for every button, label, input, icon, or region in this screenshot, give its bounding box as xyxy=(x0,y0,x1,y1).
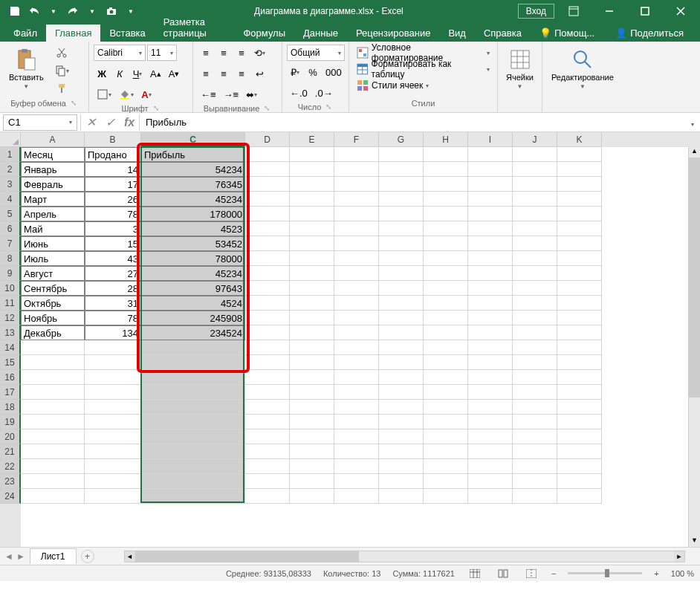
row-header[interactable]: 24 xyxy=(0,489,21,504)
row-header[interactable]: 17 xyxy=(0,385,21,400)
cell[interactable]: Ноябрь xyxy=(21,311,85,325)
cell[interactable] xyxy=(557,370,602,385)
cell[interactable] xyxy=(334,370,379,385)
cell[interactable] xyxy=(334,474,379,489)
cell[interactable] xyxy=(557,325,602,340)
align-right-button[interactable]: ≡ xyxy=(233,65,250,82)
bold-button[interactable]: Ж xyxy=(94,65,110,82)
format-as-table-button[interactable]: Форматировать как таблицу▾ xyxy=(354,61,493,77)
tellme-button[interactable]: 💡Помощ... xyxy=(531,25,603,42)
cell[interactable] xyxy=(334,311,379,325)
increase-font-button[interactable]: A▴ xyxy=(147,65,164,82)
cell[interactable] xyxy=(468,221,513,236)
cell[interactable] xyxy=(424,459,468,474)
cell[interactable] xyxy=(513,459,557,474)
column-header[interactable]: A xyxy=(21,132,85,147)
cell[interactable] xyxy=(290,266,334,281)
cell[interactable] xyxy=(245,415,290,429)
cell[interactable] xyxy=(557,236,602,251)
cell[interactable] xyxy=(468,459,513,474)
cell[interactable]: 4523 xyxy=(141,221,245,236)
cell[interactable] xyxy=(85,355,141,370)
cell[interactable] xyxy=(141,355,245,370)
cell[interactable] xyxy=(245,311,290,325)
cell[interactable] xyxy=(513,147,557,162)
tab-help[interactable]: Справка xyxy=(475,25,531,42)
cell[interactable] xyxy=(290,311,334,325)
cell[interactable] xyxy=(468,162,513,177)
select-all-button[interactable] xyxy=(0,132,21,147)
name-box[interactable]: C1▾ xyxy=(3,114,77,131)
cell[interactable] xyxy=(290,340,334,355)
cell[interactable] xyxy=(557,192,602,207)
cell[interactable] xyxy=(424,355,468,370)
row-header[interactable]: 19 xyxy=(0,415,21,429)
cell[interactable] xyxy=(557,489,602,504)
cells-button[interactable]: Ячейки▼ xyxy=(502,45,537,93)
row-header[interactable]: 11 xyxy=(0,296,21,311)
cell[interactable]: 27 xyxy=(85,266,141,281)
cell[interactable] xyxy=(468,489,513,504)
decrease-font-button[interactable]: A▾ xyxy=(166,65,183,82)
cell[interactable]: 14 xyxy=(85,162,141,177)
cell[interactable] xyxy=(468,147,513,162)
cell[interactable] xyxy=(424,281,468,296)
cell[interactable] xyxy=(468,474,513,489)
tab-home[interactable]: Главная xyxy=(46,25,100,42)
cell[interactable] xyxy=(85,489,141,504)
sheet-tab[interactable]: Лист1 xyxy=(30,548,77,564)
cut-button[interactable] xyxy=(51,45,72,61)
cell[interactable]: 234524 xyxy=(141,325,245,340)
tab-insert[interactable]: Вставка xyxy=(100,25,154,42)
cell[interactable] xyxy=(21,474,85,489)
align-left-button[interactable]: ≡ xyxy=(198,65,214,82)
cell[interactable] xyxy=(290,281,334,296)
cell[interactable] xyxy=(334,192,379,207)
cell[interactable] xyxy=(557,444,602,459)
cell[interactable] xyxy=(141,429,245,444)
cell[interactable] xyxy=(513,311,557,325)
cell[interactable] xyxy=(290,236,334,251)
decrease-decimal-button[interactable]: .0→ xyxy=(312,85,336,101)
align-bottom-button[interactable]: ≡ xyxy=(233,45,250,61)
cell[interactable] xyxy=(141,400,245,415)
cell[interactable]: Февраль xyxy=(21,177,85,192)
align-launcher[interactable]: ⤡ xyxy=(262,104,271,113)
cell[interactable] xyxy=(468,236,513,251)
currency-button[interactable]: ₽▾ xyxy=(287,64,303,80)
cell[interactable]: Месяц xyxy=(21,147,85,162)
row-header[interactable]: 10 xyxy=(0,281,21,296)
cell[interactable] xyxy=(85,429,141,444)
cell[interactable] xyxy=(557,311,602,325)
cell[interactable] xyxy=(290,296,334,311)
cell[interactable]: Июль xyxy=(21,251,85,266)
cell[interactable] xyxy=(557,266,602,281)
align-top-button[interactable]: ≡ xyxy=(198,45,214,61)
zoom-out-button[interactable]: − xyxy=(551,569,556,578)
cell[interactable] xyxy=(334,251,379,266)
cell[interactable] xyxy=(85,340,141,355)
row-header[interactable]: 6 xyxy=(0,221,21,236)
camera-button[interactable] xyxy=(103,2,120,20)
cell[interactable] xyxy=(21,400,85,415)
cell[interactable]: 43 xyxy=(85,251,141,266)
cell[interactable] xyxy=(468,444,513,459)
cancel-formula-button[interactable]: ✕ xyxy=(81,114,100,131)
cell[interactable] xyxy=(245,236,290,251)
cell[interactable] xyxy=(379,474,424,489)
cell[interactable] xyxy=(379,415,424,429)
clipboard-launcher[interactable]: ⤡ xyxy=(69,99,78,108)
cell[interactable] xyxy=(334,400,379,415)
save-button[interactable] xyxy=(6,2,24,20)
cell[interactable] xyxy=(424,221,468,236)
cell[interactable] xyxy=(141,444,245,459)
ribbon-options-button[interactable] xyxy=(557,0,590,22)
cell[interactable] xyxy=(21,444,85,459)
cell[interactable] xyxy=(245,207,290,221)
column-header[interactable]: J xyxy=(513,132,557,147)
cell[interactable] xyxy=(424,415,468,429)
row-header[interactable]: 8 xyxy=(0,251,21,266)
cell[interactable] xyxy=(334,340,379,355)
cell[interactable] xyxy=(141,370,245,385)
cell[interactable] xyxy=(424,177,468,192)
